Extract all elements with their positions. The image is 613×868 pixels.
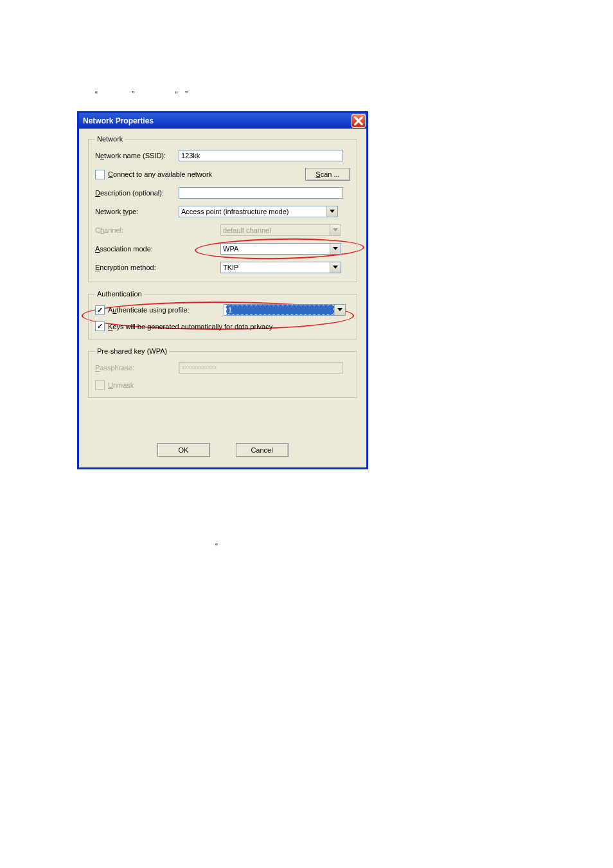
chevron-down-icon — [330, 262, 341, 273]
channel-dropdown: default channel — [220, 224, 341, 236]
auth-profile-label: Authenticate using profile: — [108, 306, 224, 314]
connect-any-checkbox[interactable] — [95, 170, 105, 179]
auth-profile-dropdown[interactable]: 1 — [224, 304, 346, 316]
chevron-down-icon — [334, 305, 345, 315]
network-properties-dialog: Network Properties Network Network name … — [77, 111, 368, 469]
dialog-buttons: OK Cancel — [88, 443, 357, 457]
network-group: Network Network name (SSID): Connect to … — [88, 135, 357, 282]
stray-quote: “ — [215, 542, 218, 551]
psk-group: Pre-shared key (WPA) Passphrase: xxxxxxx… — [88, 347, 357, 398]
unmask-checkbox — [95, 380, 105, 390]
unmask-label: Unmask — [108, 381, 134, 389]
dialog-body: Network Network name (SSID): Connect to … — [79, 129, 366, 467]
ok-button[interactable]: OK — [157, 443, 210, 457]
passphrase-label: Passphrase: — [95, 364, 179, 372]
auth-profile-checkbox[interactable] — [95, 305, 105, 315]
authentication-group: Authentication Authenticate using profil… — [88, 290, 357, 339]
keys-auto-label: Keys will be generated automatically for… — [108, 323, 272, 330]
description-input[interactable] — [179, 187, 343, 199]
encryption-dropdown[interactable]: TKIP — [220, 262, 341, 273]
encryption-label: Encryption method: — [95, 264, 179, 271]
close-icon — [354, 116, 363, 125]
description-label: Description (optional): — [95, 189, 179, 197]
network-type-label: Network type: — [95, 208, 179, 215]
assoc-mode-label: Association mode: — [95, 245, 179, 253]
cancel-button[interactable]: Cancel — [236, 443, 289, 457]
keys-auto-checkbox[interactable] — [95, 321, 105, 331]
chevron-down-icon — [330, 225, 341, 235]
auth-legend: Authentication — [95, 290, 144, 298]
ssid-input[interactable] — [179, 150, 343, 161]
close-button[interactable] — [351, 114, 366, 128]
assoc-mode-dropdown[interactable]: WPA — [220, 243, 341, 255]
channel-label: Channel: — [95, 226, 179, 234]
chevron-down-icon — [326, 206, 337, 217]
chevron-down-icon — [330, 244, 341, 254]
passphrase-input: xxxxxxxxxxxx — [179, 362, 343, 374]
scan-button[interactable]: Scan ... — [305, 168, 350, 181]
page-quote-marks: “ ” “ ” — [77, 90, 188, 99]
connect-any-label: Connect to any available network — [108, 170, 212, 178]
psk-legend: Pre-shared key (WPA) — [95, 347, 169, 355]
network-type-dropdown[interactable]: Access point (infrastructure mode) — [179, 206, 338, 217]
network-legend: Network — [95, 135, 125, 143]
dialog-title: Network Properties — [83, 116, 154, 125]
titlebar: Network Properties — [79, 113, 366, 129]
ssid-label: Network name (SSID): — [95, 152, 179, 159]
